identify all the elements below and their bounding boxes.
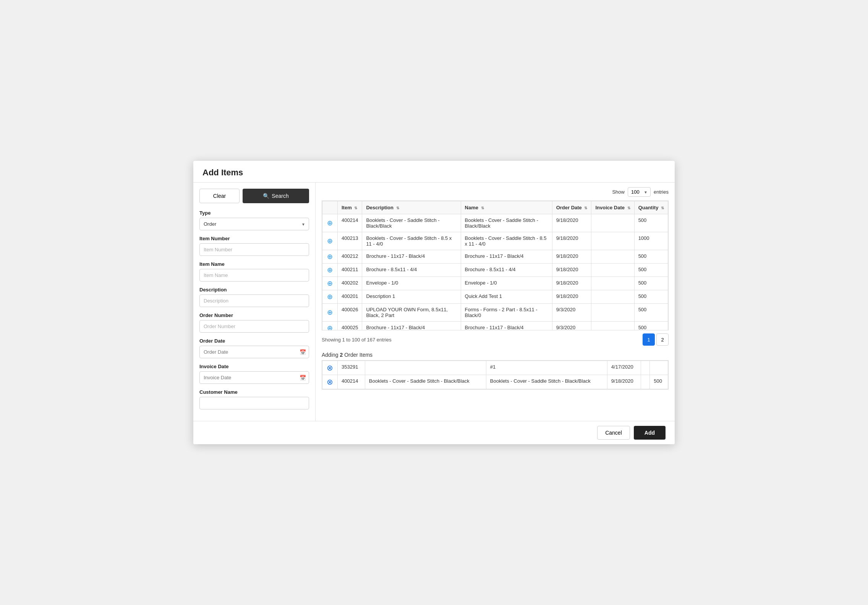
adding-table-body: ⊗ 353291 #1 4/17/2020 ⊗ 400214 Booklets … — [322, 361, 668, 389]
row-add-cell: ⊕ — [322, 232, 338, 250]
invoice-date-calendar-icon[interactable]: 📅 — [300, 375, 306, 381]
item-name-input[interactable] — [199, 269, 309, 281]
row-add-cell: ⊕ — [322, 322, 338, 331]
adding-suffix: Order Items — [344, 352, 372, 358]
order-date-input[interactable] — [199, 346, 309, 358]
type-select[interactable]: Order Invoice Quote — [199, 218, 309, 230]
modal-body: Clear 🔍 Search Type Order Invoice Quote — [193, 183, 675, 421]
type-field-group: Type Order Invoice Quote — [199, 210, 309, 230]
adding-row-description — [365, 361, 486, 375]
main-table-scroll[interactable]: Item ⇅ Description ⇅ Name ⇅ Order Date ⇅… — [322, 201, 669, 330]
showing-text: Showing 1 to 100 of 167 entries — [322, 337, 392, 343]
add-row-icon[interactable]: ⊕ — [327, 267, 333, 273]
order-number-label: Order Number — [199, 312, 309, 318]
item-name-label: Item Name — [199, 261, 309, 267]
row-item: 400211 — [338, 264, 362, 277]
add-row-icon[interactable]: ⊕ — [327, 280, 333, 287]
remove-row-icon[interactable]: ⊗ — [327, 378, 333, 386]
adding-row: ⊗ 353291 #1 4/17/2020 — [322, 361, 668, 375]
th-action — [322, 201, 338, 214]
row-add-cell: ⊕ — [322, 214, 338, 232]
row-quantity: 500 — [634, 322, 668, 331]
add-items-modal: Add Items Clear 🔍 Search Type Order Invo… — [193, 161, 675, 444]
row-name: Booklets - Cover - Saddle Stitch - 8.5 x… — [461, 232, 552, 250]
adding-section: Adding 2 Order Items ⊗ 353291 #1 4/17/20… — [322, 352, 669, 390]
pagination: 1 2 — [643, 333, 669, 346]
row-invoice-date — [591, 232, 634, 250]
order-date-calendar-icon[interactable]: 📅 — [300, 349, 306, 355]
customer-name-input[interactable]: Walk-In — [199, 397, 309, 409]
th-name[interactable]: Name ⇅ — [461, 201, 552, 214]
id-sort-icon: ⇅ — [627, 206, 630, 210]
row-invoice-date — [591, 264, 634, 277]
order-number-field-group: Order Number — [199, 312, 309, 333]
od-sort-icon: ⇅ — [584, 206, 587, 210]
page-2-button[interactable]: 2 — [656, 333, 669, 346]
th-description[interactable]: Description ⇅ — [362, 201, 461, 214]
add-row-icon[interactable]: ⊕ — [327, 293, 333, 300]
main-table: Item ⇅ Description ⇅ Name ⇅ Order Date ⇅… — [322, 201, 668, 330]
row-item: 400214 — [338, 214, 362, 232]
entries-label: entries — [654, 189, 669, 195]
item-number-field-group: Item Number — [199, 236, 309, 256]
row-invoice-date — [591, 277, 634, 290]
item-sort-icon: ⇅ — [354, 206, 357, 210]
pagination-row: Showing 1 to 100 of 167 entries 1 2 — [322, 333, 669, 346]
search-icon: 🔍 — [263, 193, 269, 199]
item-number-input[interactable] — [199, 243, 309, 256]
row-order-date: 9/18/2020 — [552, 214, 591, 232]
table-header-row: Item ⇅ Description ⇅ Name ⇅ Order Date ⇅… — [322, 201, 668, 214]
row-description: Description 1 — [362, 290, 461, 304]
remove-row-icon[interactable]: ⊗ — [327, 364, 333, 372]
th-quantity[interactable]: Quantity ⇅ — [634, 201, 668, 214]
adding-row-item: 400214 — [338, 375, 365, 389]
add-row-icon[interactable]: ⊕ — [327, 220, 333, 226]
row-name: Brochure - 11x17 - Black/4 — [461, 322, 552, 331]
th-invoice-date[interactable]: Invoice Date ⇅ — [591, 201, 634, 214]
search-button[interactable]: 🔍 Search — [243, 189, 309, 203]
description-input[interactable] — [199, 294, 309, 307]
table-row: ⊕ 400212 Brochure - 11x17 - Black/4 Broc… — [322, 250, 668, 264]
main-table-body: ⊕ 400214 Booklets - Cover - Saddle Stitc… — [322, 214, 668, 331]
adding-table: ⊗ 353291 #1 4/17/2020 ⊗ 400214 Booklets … — [322, 361, 668, 389]
cancel-button[interactable]: Cancel — [597, 426, 630, 440]
entries-select-wrapper: 10 25 50 100 — [628, 187, 651, 197]
customer-name-label: Customer Name — [199, 389, 309, 395]
th-order-date[interactable]: Order Date ⇅ — [552, 201, 591, 214]
adding-row-quantity — [650, 361, 668, 375]
adding-row: ⊗ 400214 Booklets - Cover - Saddle Stitc… — [322, 375, 668, 389]
desc-sort-icon: ⇅ — [396, 206, 399, 210]
page-1-button[interactable]: 1 — [643, 333, 655, 346]
table-row: ⊕ 400201 Description 1 Quick Add Test 1 … — [322, 290, 668, 304]
row-add-cell: ⊕ — [322, 304, 338, 322]
entries-select[interactable]: 10 25 50 100 — [628, 187, 651, 197]
adding-row-order-date: 9/18/2020 — [607, 375, 641, 389]
adding-row-invoice-date — [641, 361, 649, 375]
order-number-input[interactable] — [199, 320, 309, 333]
adding-table-scroll[interactable]: ⊗ 353291 #1 4/17/2020 ⊗ 400214 Booklets … — [322, 360, 669, 390]
table-row: ⊕ 400202 Envelope - 1/0 Envelope - 1/0 9… — [322, 277, 668, 290]
type-select-wrapper: Order Invoice Quote — [199, 218, 309, 230]
th-item[interactable]: Item ⇅ — [338, 201, 362, 214]
row-add-cell: ⊕ — [322, 264, 338, 277]
row-description: Envelope - 1/0 — [362, 277, 461, 290]
show-label: Show — [612, 189, 625, 195]
add-row-icon[interactable]: ⊕ — [327, 238, 333, 244]
add-row-icon[interactable]: ⊕ — [327, 253, 333, 260]
adding-row-name: Booklets - Cover - Saddle Stitch - Black… — [486, 375, 607, 389]
row-item: 400201 — [338, 290, 362, 304]
row-quantity: 500 — [634, 264, 668, 277]
add-button[interactable]: Add — [634, 426, 666, 440]
item-name-field-group: Item Name — [199, 261, 309, 281]
add-row-icon[interactable]: ⊕ — [327, 309, 333, 316]
add-row-icon[interactable]: ⊕ — [327, 325, 333, 330]
adding-row-quantity: 500 — [650, 375, 668, 389]
adding-row-item: 353291 — [338, 361, 365, 375]
row-name: Brochure - 11x17 - Black/4 — [461, 250, 552, 264]
row-name: Forms - Forms - 2 Part - 8.5x11 - Black/… — [461, 304, 552, 322]
order-date-wrapper: 📅 — [199, 346, 309, 358]
row-order-date: 9/3/2020 — [552, 322, 591, 331]
table-row: ⊕ 400211 Brochure - 8.5x11 - 4/4 Brochur… — [322, 264, 668, 277]
clear-button[interactable]: Clear — [199, 189, 240, 203]
invoice-date-input[interactable] — [199, 371, 309, 384]
